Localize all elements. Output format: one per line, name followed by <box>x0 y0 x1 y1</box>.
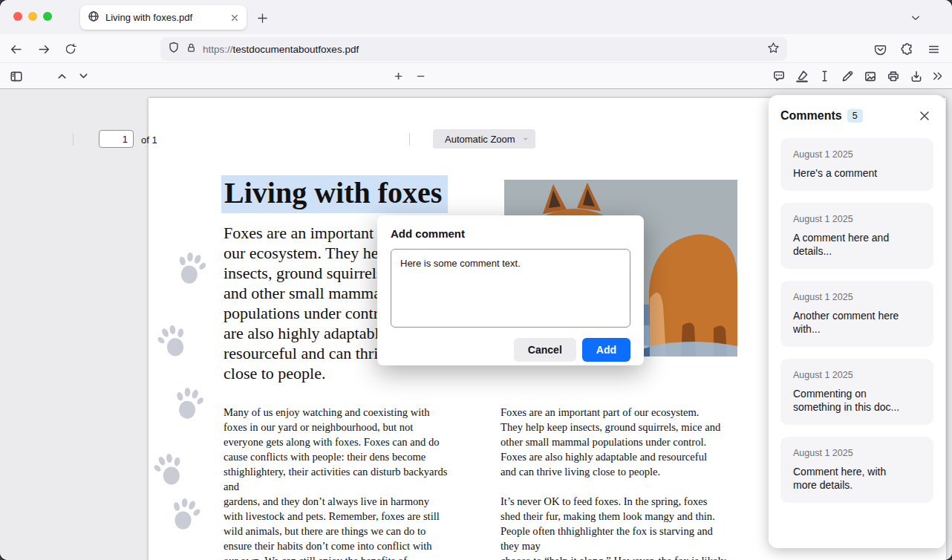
paw-print-icon <box>154 321 192 362</box>
tracking-shield-icon[interactable] <box>168 42 180 56</box>
app-menu-hamburger-icon[interactable] <box>922 38 945 60</box>
comment-date: August 1 2025 <box>793 214 921 224</box>
paw-print-icon <box>166 495 203 535</box>
comment-card[interactable]: August 1 2025Comment here, with more det… <box>780 437 933 503</box>
sidebar-toggle-icon[interactable] <box>6 66 26 86</box>
document-column-right: Foxes are an important part of our ecosy… <box>501 405 775 560</box>
zoom-out-icon[interactable]: − <box>411 66 431 86</box>
pdf-toolbar: of 1 + − Automatic Zoom <box>0 63 952 89</box>
list-all-tabs-button[interactable] <box>906 8 925 27</box>
url-text: https://testdocumentaboutfoxes.pdf <box>203 44 761 55</box>
window-close-button[interactable] <box>13 12 22 21</box>
dialog-title: Add comment <box>391 227 630 240</box>
zoom-level-label: Automatic Zoom <box>445 134 515 145</box>
document-column-left: Many of us enjoy watching and coexisting… <box>224 405 500 560</box>
comment-textarea[interactable]: Here is some comment text. <box>391 249 630 328</box>
comments-panel: Comments 5 August 1 2025Here's a comment… <box>769 95 945 548</box>
comment-text: A comment here and details... <box>793 231 921 258</box>
comment-date: August 1 2025 <box>793 448 921 458</box>
download-save-icon[interactable] <box>906 66 926 86</box>
zoom-level-select[interactable]: Automatic Zoom <box>433 129 535 149</box>
browser-window: Living with foxes.pdf <box>0 0 952 560</box>
url-bar[interactable]: https://testdocumentaboutfoxes.pdf <box>160 37 787 61</box>
image-icon[interactable] <box>860 66 880 86</box>
navigation-toolbar: https://testdocumentaboutfoxes.pdf <box>0 34 952 63</box>
paw-print-icon <box>151 449 189 490</box>
page-count-label: of 1 <box>141 134 157 146</box>
bookmark-star-icon[interactable] <box>767 42 780 57</box>
paw-print-icon <box>173 249 209 287</box>
comment-card[interactable]: August 1 2025Here's a comment <box>780 138 933 191</box>
add-comment-dialog: Add comment Here is some comment text. C… <box>377 215 644 365</box>
comments-panel-header: Comments 5 <box>769 95 945 134</box>
comment-tool-icon[interactable] <box>769 66 789 86</box>
zoom-in-icon[interactable]: + <box>388 66 408 86</box>
window-minimize-button[interactable] <box>28 12 37 21</box>
add-button[interactable]: Add <box>582 338 630 362</box>
lock-icon[interactable] <box>186 42 197 56</box>
comment-card[interactable]: August 1 2025Commenting on something in … <box>780 359 933 425</box>
comments-list: August 1 2025Here's a commentAugust 1 20… <box>769 134 945 548</box>
panel-close-icon[interactable] <box>916 107 933 125</box>
cancel-button[interactable]: Cancel <box>514 338 576 362</box>
comment-text: Commenting on something in this doc... <box>793 387 921 414</box>
comments-count-badge: 5 <box>847 109 863 123</box>
tab-title: Living with foxes.pdf <box>105 12 224 23</box>
next-page-icon[interactable] <box>74 66 94 86</box>
previous-page-icon[interactable] <box>52 66 72 86</box>
tab-bar: Living with foxes.pdf <box>0 0 952 34</box>
comment-text: Comment here, with more details. <box>793 465 921 492</box>
pencil-icon[interactable] <box>837 66 857 86</box>
forward-button[interactable] <box>33 38 55 60</box>
pocket-icon[interactable] <box>869 38 891 60</box>
page-number-input[interactable] <box>99 130 134 148</box>
url-scheme: https:// <box>203 44 233 55</box>
browser-tab[interactable]: Living with foxes.pdf <box>80 5 247 30</box>
comment-date: August 1 2025 <box>793 370 921 380</box>
comment-text: Another comment here with... <box>793 309 921 336</box>
extensions-puzzle-icon[interactable] <box>896 38 918 60</box>
back-button[interactable] <box>4 38 27 60</box>
comment-card[interactable]: August 1 2025A comment here and details.… <box>780 203 933 269</box>
new-tab-button[interactable] <box>252 8 272 27</box>
chevron-down-icon <box>523 134 528 143</box>
window-zoom-button[interactable] <box>43 12 52 21</box>
highlighter-icon[interactable] <box>792 66 812 86</box>
comment-text: Here's a comment <box>793 166 921 180</box>
url-host: testdocumentaboutfoxes.pdf <box>233 44 359 55</box>
globe-icon <box>88 10 100 25</box>
comment-date: August 1 2025 <box>793 292 921 302</box>
comment-card[interactable]: August 1 2025Another comment here with..… <box>780 281 933 347</box>
reload-button[interactable] <box>59 38 82 60</box>
comment-date: August 1 2025 <box>793 149 921 160</box>
text-cursor-icon[interactable] <box>815 66 835 86</box>
tab-close-icon[interactable] <box>230 13 239 22</box>
more-tools-icon[interactable] <box>927 66 948 86</box>
document-title: Living with foxes <box>221 175 448 213</box>
paw-print-icon <box>172 385 206 423</box>
printer-icon[interactable] <box>883 66 903 86</box>
comments-panel-title: Comments <box>780 109 842 123</box>
